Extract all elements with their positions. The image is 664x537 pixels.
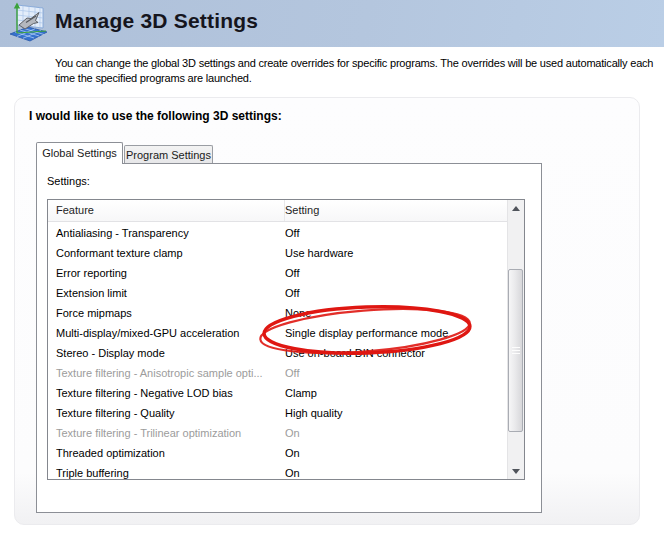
settings-row[interactable]: Texture filtering - Quality High quality xyxy=(48,403,507,423)
scroll-down-button[interactable] xyxy=(508,463,524,479)
setting-cell: None xyxy=(285,303,507,323)
setting-cell: Single display performance mode xyxy=(285,323,507,343)
global-settings-tab-panel: Settings: Feature Setting Antialiasing -… xyxy=(36,163,542,513)
intro-line-2: time the specified programs are launched… xyxy=(55,71,661,86)
feature-cell: Force mipmaps xyxy=(48,303,285,323)
settings-row[interactable]: Conformant texture clamp Use hardware xyxy=(48,243,507,263)
feature-cell: Texture filtering - Anisotropic sample o… xyxy=(48,363,285,383)
section-heading: I would like to use the following 3D set… xyxy=(29,109,282,123)
scroll-down-icon xyxy=(512,469,520,474)
settings-row[interactable]: Multi-display/mixed-GPU acceleration Sin… xyxy=(48,323,507,343)
setting-cell: Use on-board DIN connector xyxy=(285,343,507,363)
column-header-setting[interactable]: Setting xyxy=(285,200,507,221)
setting-cell: On xyxy=(285,423,507,443)
feature-cell: Conformant texture clamp xyxy=(48,243,285,263)
setting-cell: Off xyxy=(285,223,507,243)
settings-listview[interactable]: Feature Setting Antialiasing - Transpare… xyxy=(47,199,525,480)
setting-cell: High quality xyxy=(285,403,507,423)
feature-cell: Texture filtering - Negative LOD bias xyxy=(48,383,285,403)
3d-axes-airplane-icon xyxy=(6,2,50,46)
settings-row[interactable]: Error reporting Off xyxy=(48,263,507,283)
scroll-up-icon xyxy=(512,206,520,211)
setting-cell: Use hardware xyxy=(285,243,507,263)
settings-row[interactable]: Extension limit Off xyxy=(48,283,507,303)
vertical-scrollbar[interactable] xyxy=(507,200,524,479)
feature-cell: Threaded optimization xyxy=(48,443,285,463)
settings-row[interactable]: Force mipmaps None xyxy=(48,303,507,323)
setting-cell: Off xyxy=(285,363,507,383)
listview-header: Feature Setting xyxy=(48,200,507,222)
settings-row[interactable]: Stereo - Display mode Use on-board DIN c… xyxy=(48,343,507,363)
settings-row[interactable]: Antialiasing - Transparency Off xyxy=(48,223,507,243)
settings-list-label: Settings: xyxy=(47,175,90,187)
intro-description: You can change the global 3D settings an… xyxy=(55,56,661,86)
page-header-banner: Manage 3D Settings xyxy=(0,0,664,47)
page-title: Manage 3D Settings xyxy=(55,9,258,33)
feature-cell: Multi-display/mixed-GPU acceleration xyxy=(48,323,285,343)
setting-cell: On xyxy=(285,463,507,480)
intro-line-1: You can change the global 3D settings an… xyxy=(55,56,661,71)
tab-program-settings[interactable]: Program Settings xyxy=(124,145,213,164)
settings-rows: Antialiasing - Transparency Off Conforma… xyxy=(48,223,507,479)
setting-cell: Off xyxy=(285,263,507,283)
settings-row[interactable]: Threaded optimization On xyxy=(48,443,507,463)
feature-cell: Error reporting xyxy=(48,263,285,283)
feature-cell: Stereo - Display mode xyxy=(48,343,285,363)
settings-row[interactable]: Texture filtering - Anisotropic sample o… xyxy=(48,363,507,383)
feature-cell: Triple buffering xyxy=(48,463,285,480)
settings-row[interactable]: Texture filtering - Trilinear optimizati… xyxy=(48,423,507,443)
feature-cell: Texture filtering - Quality xyxy=(48,403,285,423)
manage-3d-settings-page: { "window": { "width": 664, "height": 53… xyxy=(0,0,664,537)
setting-cell: Off xyxy=(285,283,507,303)
setting-cell: Clamp xyxy=(285,383,507,403)
setting-cell: On xyxy=(285,443,507,463)
feature-cell: Extension limit xyxy=(48,283,285,303)
tab-global-settings[interactable]: Global Settings xyxy=(36,142,123,164)
settings-group-panel: I would like to use the following 3D set… xyxy=(14,97,640,525)
settings-row[interactable]: Triple buffering On xyxy=(48,463,507,480)
scrollbar-thumb[interactable] xyxy=(508,269,523,432)
feature-cell: Antialiasing - Transparency xyxy=(48,223,285,243)
scroll-up-button[interactable] xyxy=(508,200,524,216)
settings-row[interactable]: Texture filtering - Negative LOD bias Cl… xyxy=(48,383,507,403)
feature-cell: Texture filtering - Trilinear optimizati… xyxy=(48,423,285,443)
scrollbar-grip-icon xyxy=(512,347,520,356)
column-header-feature[interactable]: Feature xyxy=(48,200,285,221)
